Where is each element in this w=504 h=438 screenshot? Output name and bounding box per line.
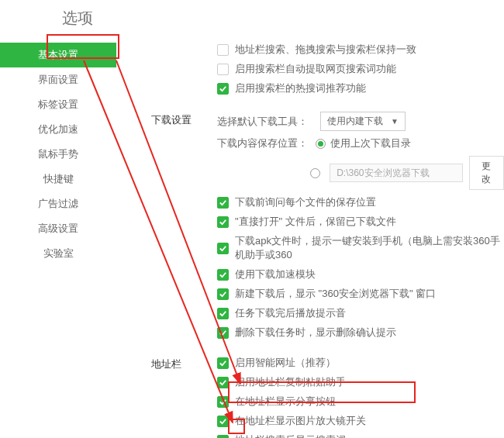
address-row-2-checkbox[interactable] — [217, 396, 229, 408]
download-row-2: 下载apk文件时，提示一键安装到手机（电脑上需安装360手机助手或360 — [217, 234, 504, 262]
address-row-1-label: 启用地址栏复制粘贴助手 — [235, 375, 346, 389]
download-row-5-checkbox[interactable] — [217, 308, 229, 319]
sidebar-item-7[interactable]: 高级设置 — [0, 216, 116, 241]
download-row-1-checkbox[interactable] — [217, 216, 229, 228]
change-path-button[interactable]: 更改 — [469, 156, 504, 190]
download-row-2-label: 下载apk文件时，提示一键安装到手机（电脑上需安装360手机助手或360 — [235, 234, 504, 262]
address-row-2: 在地址栏显示分享按钮 — [217, 395, 504, 409]
download-row-4-label: 新建下载后，显示 "360安全浏览器下载" 窗口 — [235, 287, 436, 301]
page-title: 选项 — [0, 0, 504, 43]
download-row-4: 新建下载后，显示 "360安全浏览器下载" 窗口 — [217, 287, 504, 301]
search-row-0-checkbox[interactable] — [217, 44, 229, 56]
address-row-0: 启用智能网址（推荐） — [217, 356, 504, 370]
download-path-input[interactable] — [330, 164, 462, 182]
address-row-2-label: 在地址栏显示分享按钮 — [235, 395, 336, 409]
sidebar-item-6[interactable]: 广告过滤 — [0, 191, 116, 216]
search-row-1-checkbox[interactable] — [217, 64, 229, 75]
download-row-6-checkbox[interactable] — [217, 327, 229, 339]
address-row-1-checkbox[interactable] — [217, 377, 229, 388]
sidebar-item-4[interactable]: 鼠标手势 — [0, 142, 116, 167]
download-save-label: 下载内容保存位置： — [217, 136, 308, 150]
search-row-0: 地址栏搜索、拖拽搜索与搜索栏保持一致 — [217, 43, 504, 57]
radio-use-last-dir-label: 使用上次下载目录 — [330, 136, 411, 150]
radio-custom-dir[interactable] — [310, 168, 320, 178]
search-row-2-label: 启用搜索栏的热搜词推荐功能 — [235, 81, 366, 95]
section-label-address: 地址栏 — [151, 356, 217, 438]
download-row-1: "直接打开" 文件后，保留已下载文件 — [217, 215, 504, 229]
download-row-5-label: 任务下载完后播放提示音 — [235, 306, 346, 320]
sidebar-item-2[interactable]: 标签设置 — [0, 92, 116, 117]
address-row-0-checkbox[interactable] — [217, 357, 229, 369]
address-row-1: 启用地址栏复制粘贴助手 — [217, 375, 504, 389]
sidebar-item-1[interactable]: 界面设置 — [0, 67, 116, 92]
download-tool-value: 使用内建下载 — [327, 115, 383, 128]
search-row-0-label: 地址栏搜索、拖拽搜索与搜索栏保持一致 — [235, 43, 416, 57]
address-row-0-label: 启用智能网址（推荐） — [235, 356, 336, 370]
chevron-down-icon: ▼ — [391, 117, 399, 126]
search-row-1-label: 启用搜索栏自动提取网页搜索词功能 — [235, 62, 396, 76]
sidebar-item-5[interactable]: 快捷键 — [0, 167, 116, 191]
content-area: 地址栏搜索、拖拽搜索与搜索栏保持一致启用搜索栏自动提取网页搜索词功能启用搜索栏的… — [116, 43, 504, 438]
download-section: 下载设置 选择默认下载工具： 使用内建下载 ▼ 下载内容保存位置： 使用上次下载… — [151, 112, 504, 345]
radio-use-last-dir[interactable] — [316, 139, 326, 149]
section-label-download: 下载设置 — [151, 112, 217, 345]
download-row-3: 使用下载加速模块 — [217, 267, 504, 281]
address-row-3-label: 在地址栏显示图片放大镜开关 — [235, 414, 366, 428]
search-row-2: 启用搜索栏的热搜词推荐功能 — [217, 81, 504, 95]
download-row-5: 任务下载完后播放提示音 — [217, 306, 504, 320]
download-row-3-checkbox[interactable] — [217, 269, 229, 281]
address-row-3-checkbox[interactable] — [217, 416, 229, 427]
download-tool-select[interactable]: 使用内建下载 ▼ — [320, 112, 406, 131]
download-row-4-checkbox[interactable] — [217, 288, 229, 300]
sidebar: 基本设置界面设置标签设置优化加速鼠标手势快捷键广告过滤高级设置实验室 — [0, 43, 116, 438]
download-row-6-label: 删除下载任务时，显示删除确认提示 — [235, 326, 396, 340]
address-row-4: 地址栏搜索后显示搜索词 — [217, 433, 504, 438]
search-row-1: 启用搜索栏自动提取网页搜索词功能 — [217, 62, 504, 76]
download-row-1-label: "直接打开" 文件后，保留已下载文件 — [235, 215, 396, 229]
sidebar-item-0[interactable]: 基本设置 — [0, 43, 116, 67]
download-row-2-checkbox[interactable] — [217, 243, 229, 254]
download-row-0-label: 下载前询问每个文件的保存位置 — [235, 195, 376, 209]
download-tool-label: 选择默认下载工具： — [217, 115, 308, 129]
download-row-6: 删除下载任务时，显示删除确认提示 — [217, 326, 504, 340]
address-section: 地址栏 启用智能网址（推荐）启用地址栏复制粘贴助手在地址栏显示分享按钮在地址栏显… — [151, 356, 504, 438]
download-row-0: 下载前询问每个文件的保存位置 — [217, 195, 504, 209]
address-row-3: 在地址栏显示图片放大镜开关 — [217, 414, 504, 428]
sidebar-item-8[interactable]: 实验室 — [0, 241, 116, 266]
address-row-4-label: 地址栏搜索后显示搜索词 — [235, 433, 346, 438]
download-row-0-checkbox[interactable] — [217, 197, 229, 209]
download-row-3-label: 使用下载加速模块 — [235, 267, 316, 281]
search-section: 地址栏搜索、拖拽搜索与搜索栏保持一致启用搜索栏自动提取网页搜索词功能启用搜索栏的… — [151, 43, 504, 101]
sidebar-item-3[interactable]: 优化加速 — [0, 117, 116, 142]
address-row-4-checkbox[interactable] — [217, 435, 229, 439]
search-row-2-checkbox[interactable] — [217, 83, 229, 95]
